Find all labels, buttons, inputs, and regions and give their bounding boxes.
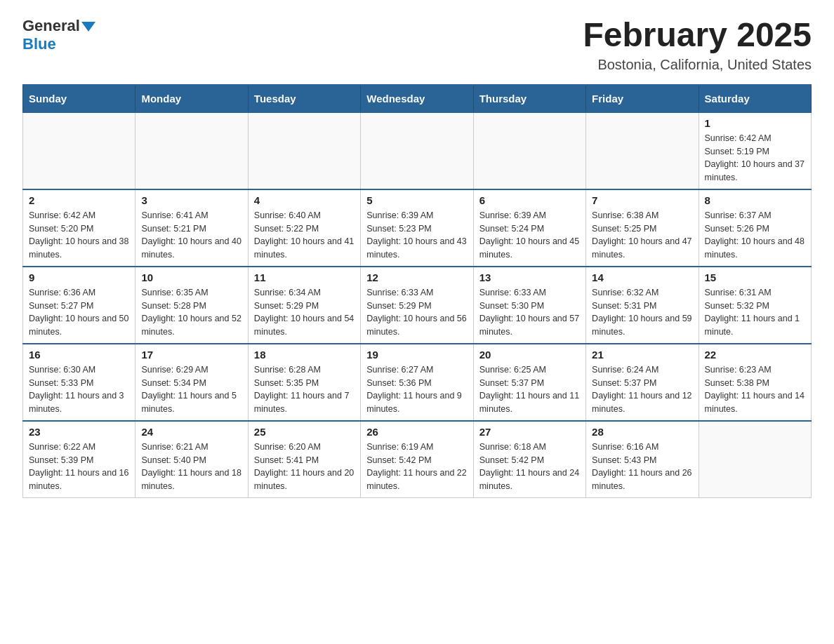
logo: General Blue xyxy=(22,17,95,53)
day-number: 1 xyxy=(705,117,805,129)
calendar-cell-2-2: 11Sunrise: 6:34 AMSunset: 5:29 PMDayligh… xyxy=(248,267,360,344)
calendar-cell-4-4: 27Sunrise: 6:18 AMSunset: 5:42 PMDayligh… xyxy=(473,421,585,498)
calendar-cell-3-1: 17Sunrise: 6:29 AMSunset: 5:34 PMDayligh… xyxy=(135,344,248,421)
day-number: 28 xyxy=(592,426,692,438)
calendar-cell-3-3: 19Sunrise: 6:27 AMSunset: 5:36 PMDayligh… xyxy=(361,344,473,421)
day-info: Sunrise: 6:21 AMSunset: 5:40 PMDaylight:… xyxy=(141,442,241,491)
title-block: February 2025 Bostonia, California, Unit… xyxy=(583,17,812,73)
day-info: Sunrise: 6:24 AMSunset: 5:37 PMDaylight:… xyxy=(592,365,691,414)
calendar-cell-1-1: 3Sunrise: 6:41 AMSunset: 5:21 PMDaylight… xyxy=(135,189,248,267)
calendar-cell-3-2: 18Sunrise: 6:28 AMSunset: 5:35 PMDayligh… xyxy=(248,344,360,421)
day-info: Sunrise: 6:31 AMSunset: 5:32 PMDaylight:… xyxy=(705,288,800,337)
day-number: 24 xyxy=(141,426,241,438)
week-row-2: 2Sunrise: 6:42 AMSunset: 5:20 PMDaylight… xyxy=(23,189,812,267)
week-row-1: 1Sunrise: 6:42 AMSunset: 5:19 PMDaylight… xyxy=(23,112,812,189)
col-monday: Monday xyxy=(135,85,248,112)
calendar-cell-2-6: 15Sunrise: 6:31 AMSunset: 5:32 PMDayligh… xyxy=(699,267,811,344)
calendar-cell-2-5: 14Sunrise: 6:32 AMSunset: 5:31 PMDayligh… xyxy=(586,267,699,344)
calendar-cell-4-6 xyxy=(699,421,811,498)
calendar-cell-4-5: 28Sunrise: 6:16 AMSunset: 5:43 PMDayligh… xyxy=(586,421,699,498)
calendar-cell-1-0: 2Sunrise: 6:42 AMSunset: 5:20 PMDaylight… xyxy=(23,189,135,267)
page-header: General Blue February 2025 Bostonia, Cal… xyxy=(22,17,812,73)
day-info: Sunrise: 6:42 AMSunset: 5:20 PMDaylight:… xyxy=(29,210,128,260)
calendar-cell-0-2 xyxy=(248,112,360,189)
calendar-cell-3-0: 16Sunrise: 6:30 AMSunset: 5:33 PMDayligh… xyxy=(23,344,135,421)
day-number: 20 xyxy=(479,349,580,361)
day-info: Sunrise: 6:37 AMSunset: 5:26 PMDaylight:… xyxy=(705,210,805,260)
day-number: 10 xyxy=(141,271,241,283)
day-number: 16 xyxy=(29,349,129,361)
day-number: 18 xyxy=(254,349,355,361)
calendar-cell-1-4: 6Sunrise: 6:39 AMSunset: 5:24 PMDaylight… xyxy=(473,189,585,267)
day-number: 2 xyxy=(29,194,129,206)
calendar-cell-0-0 xyxy=(23,112,135,189)
day-info: Sunrise: 6:32 AMSunset: 5:31 PMDaylight:… xyxy=(592,288,691,337)
day-number: 12 xyxy=(366,271,467,283)
day-info: Sunrise: 6:39 AMSunset: 5:23 PMDaylight:… xyxy=(366,210,466,260)
calendar-cell-2-4: 13Sunrise: 6:33 AMSunset: 5:30 PMDayligh… xyxy=(473,267,585,344)
day-info: Sunrise: 6:38 AMSunset: 5:25 PMDaylight:… xyxy=(592,210,691,260)
day-info: Sunrise: 6:33 AMSunset: 5:30 PMDaylight:… xyxy=(479,288,579,337)
day-info: Sunrise: 6:33 AMSunset: 5:29 PMDaylight:… xyxy=(366,288,466,337)
day-info: Sunrise: 6:29 AMSunset: 5:34 PMDaylight:… xyxy=(141,365,237,414)
day-info: Sunrise: 6:39 AMSunset: 5:24 PMDaylight:… xyxy=(479,210,579,260)
col-thursday: Thursday xyxy=(473,85,585,112)
day-number: 14 xyxy=(592,271,692,283)
calendar-cell-1-5: 7Sunrise: 6:38 AMSunset: 5:25 PMDaylight… xyxy=(586,189,699,267)
day-number: 15 xyxy=(705,271,805,283)
day-number: 4 xyxy=(254,194,355,206)
location: Bostonia, California, United States xyxy=(583,57,812,73)
calendar-cell-1-2: 4Sunrise: 6:40 AMSunset: 5:22 PMDaylight… xyxy=(248,189,360,267)
calendar-cell-0-1 xyxy=(135,112,248,189)
calendar-table: Sunday Monday Tuesday Wednesday Thursday… xyxy=(22,84,812,499)
col-tuesday: Tuesday xyxy=(248,85,360,112)
day-number: 19 xyxy=(366,349,467,361)
day-number: 8 xyxy=(705,194,805,206)
calendar-cell-3-5: 21Sunrise: 6:24 AMSunset: 5:37 PMDayligh… xyxy=(586,344,699,421)
logo-general-text: General xyxy=(22,17,80,35)
day-info: Sunrise: 6:25 AMSunset: 5:37 PMDaylight:… xyxy=(479,365,579,414)
calendar-cell-1-3: 5Sunrise: 6:39 AMSunset: 5:23 PMDaylight… xyxy=(361,189,473,267)
day-number: 23 xyxy=(29,426,129,438)
calendar-cell-4-1: 24Sunrise: 6:21 AMSunset: 5:40 PMDayligh… xyxy=(135,421,248,498)
calendar-cell-0-5 xyxy=(586,112,699,189)
day-info: Sunrise: 6:30 AMSunset: 5:33 PMDaylight:… xyxy=(29,365,124,414)
calendar-cell-4-2: 25Sunrise: 6:20 AMSunset: 5:41 PMDayligh… xyxy=(248,421,360,498)
day-info: Sunrise: 6:41 AMSunset: 5:21 PMDaylight:… xyxy=(141,210,241,260)
day-info: Sunrise: 6:19 AMSunset: 5:42 PMDaylight:… xyxy=(366,442,466,491)
calendar-cell-4-3: 26Sunrise: 6:19 AMSunset: 5:42 PMDayligh… xyxy=(361,421,473,498)
day-number: 17 xyxy=(141,349,241,361)
calendar-cell-0-3 xyxy=(361,112,473,189)
day-number: 21 xyxy=(592,349,692,361)
day-info: Sunrise: 6:23 AMSunset: 5:38 PMDaylight:… xyxy=(705,365,805,414)
day-number: 3 xyxy=(141,194,241,206)
calendar-cell-2-1: 10Sunrise: 6:35 AMSunset: 5:28 PMDayligh… xyxy=(135,267,248,344)
day-info: Sunrise: 6:40 AMSunset: 5:22 PMDaylight:… xyxy=(254,210,354,260)
day-number: 6 xyxy=(479,194,580,206)
day-info: Sunrise: 6:18 AMSunset: 5:42 PMDaylight:… xyxy=(479,442,579,491)
day-info: Sunrise: 6:34 AMSunset: 5:29 PMDaylight:… xyxy=(254,288,354,337)
calendar-cell-0-6: 1Sunrise: 6:42 AMSunset: 5:19 PMDaylight… xyxy=(699,112,811,189)
col-wednesday: Wednesday xyxy=(361,85,473,112)
calendar-cell-1-6: 8Sunrise: 6:37 AMSunset: 5:26 PMDaylight… xyxy=(699,189,811,267)
calendar-header-row: Sunday Monday Tuesday Wednesday Thursday… xyxy=(23,85,812,112)
col-saturday: Saturday xyxy=(699,85,811,112)
calendar-cell-2-3: 12Sunrise: 6:33 AMSunset: 5:29 PMDayligh… xyxy=(361,267,473,344)
day-number: 9 xyxy=(29,271,129,283)
calendar-cell-2-0: 9Sunrise: 6:36 AMSunset: 5:27 PMDaylight… xyxy=(23,267,135,344)
day-info: Sunrise: 6:35 AMSunset: 5:28 PMDaylight:… xyxy=(141,288,241,337)
logo-blue-text: Blue xyxy=(22,35,56,53)
day-number: 25 xyxy=(254,426,355,438)
logo-general: General xyxy=(22,17,95,35)
day-info: Sunrise: 6:42 AMSunset: 5:19 PMDaylight:… xyxy=(705,133,805,182)
week-row-5: 23Sunrise: 6:22 AMSunset: 5:39 PMDayligh… xyxy=(23,421,812,498)
day-info: Sunrise: 6:28 AMSunset: 5:35 PMDaylight:… xyxy=(254,365,350,414)
week-row-3: 9Sunrise: 6:36 AMSunset: 5:27 PMDaylight… xyxy=(23,267,812,344)
day-info: Sunrise: 6:22 AMSunset: 5:39 PMDaylight:… xyxy=(29,442,128,491)
col-sunday: Sunday xyxy=(23,85,135,112)
col-friday: Friday xyxy=(586,85,699,112)
calendar-cell-4-0: 23Sunrise: 6:22 AMSunset: 5:39 PMDayligh… xyxy=(23,421,135,498)
logo-arrow-icon xyxy=(81,22,95,32)
day-info: Sunrise: 6:27 AMSunset: 5:36 PMDaylight:… xyxy=(366,365,462,414)
day-number: 7 xyxy=(592,194,692,206)
